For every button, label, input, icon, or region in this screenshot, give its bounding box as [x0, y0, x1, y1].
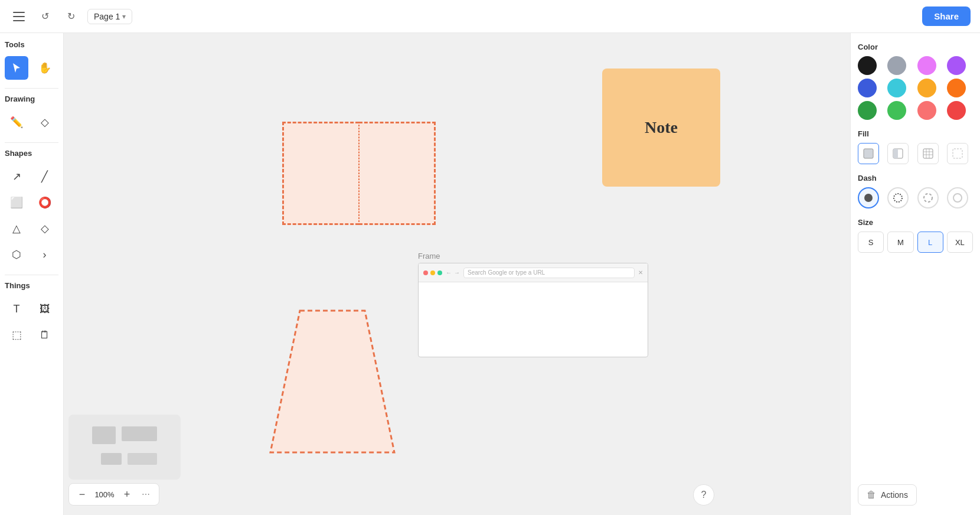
svg-rect-4: [864, 149, 873, 158]
color-gray[interactable]: [887, 56, 906, 75]
color-green[interactable]: [887, 101, 906, 120]
zoom-expand-button[interactable]: ⋯: [138, 486, 154, 503]
redo-button[interactable]: ↻: [61, 7, 80, 26]
size-label: Size: [858, 218, 973, 227]
dash-dotted[interactable]: [887, 187, 909, 208]
trash-icon: 🗑: [867, 490, 876, 500]
zoom-in-button[interactable]: +: [119, 486, 135, 503]
tools-grid: ✋: [5, 56, 58, 80]
color-cyan[interactable]: [887, 79, 906, 97]
browser-dots: [423, 270, 442, 275]
dash-dashed[interactable]: [917, 187, 939, 208]
image-tool[interactable]: 🖼: [33, 297, 57, 321]
canvas-area[interactable]: Note Frame ← → Search Google or: [64, 33, 850, 515]
dot-yellow: [430, 270, 435, 275]
color-black[interactable]: [858, 56, 877, 75]
chevron-tool[interactable]: ›: [33, 243, 57, 266]
circle-tool[interactable]: ⭕: [33, 191, 57, 214]
dot-green: [437, 270, 442, 275]
url-text: Search Google or type a URL: [468, 269, 545, 276]
note-text: Note: [645, 118, 678, 137]
frame-element[interactable]: Frame ← → Search Google or type a URL: [418, 252, 648, 357]
diamond-tool[interactable]: ◇: [33, 217, 57, 240]
fill-none[interactable]: [947, 143, 968, 164]
color-purple[interactable]: [947, 56, 966, 75]
fill-solid[interactable]: [858, 143, 879, 164]
hexagon-tool[interactable]: ⬡: [5, 243, 28, 266]
size-grid: S M L XL: [858, 232, 973, 253]
left-toolbar: Tools ✋ Drawing ✏️ ◇ Shapes ↗ ╱ ⬜ ⭕ △ ◇ …: [0, 33, 64, 515]
svg-rect-0: [13, 12, 25, 13]
dash-none[interactable]: [947, 187, 968, 208]
color-blue[interactable]: [858, 79, 877, 97]
size-l[interactable]: L: [917, 232, 943, 253]
svg-rect-7: [923, 149, 933, 158]
svg-point-15: [924, 194, 932, 202]
selection-tool[interactable]: ⬚: [5, 323, 28, 347]
zoom-level: 100%: [93, 490, 116, 499]
actions-button[interactable]: 🗑 Actions: [858, 484, 917, 506]
mini-shape-1: [92, 426, 116, 444]
drawing-grid: ✏️ ◇: [5, 110, 58, 134]
things-grid: T 🖼 ⬚ 🗒: [5, 297, 58, 347]
eraser-tool[interactable]: ◇: [33, 110, 57, 134]
rect-right: [359, 122, 436, 225]
color-dark-green[interactable]: [858, 101, 877, 120]
share-button[interactable]: Share: [922, 6, 971, 26]
zoom-out-button[interactable]: −: [74, 486, 90, 503]
page-selector[interactable]: Page 1 ▾: [87, 9, 132, 24]
svg-point-13: [864, 194, 873, 202]
svg-rect-1: [13, 16, 25, 17]
color-label: Color: [858, 43, 973, 51]
dot-red: [423, 270, 428, 275]
rect-group: [282, 122, 436, 225]
size-xl[interactable]: XL: [947, 232, 973, 253]
triangle-tool[interactable]: △: [5, 217, 28, 240]
color-fuchsia[interactable]: [917, 56, 936, 75]
mini-shape-4: [128, 453, 157, 465]
fill-semi[interactable]: [887, 143, 909, 164]
text-tool[interactable]: T: [5, 297, 28, 321]
actions-row: 🗑 Actions: [858, 484, 973, 506]
trapezoid-shape[interactable]: [264, 305, 400, 458]
color-red[interactable]: [947, 101, 966, 120]
line-tool[interactable]: ╱: [33, 165, 57, 188]
drawing-section-label: Drawing: [5, 94, 58, 103]
frame-label: Frame: [418, 252, 648, 260]
chevron-down-icon: ▾: [122, 12, 126, 21]
fill-grid: [858, 143, 973, 164]
arrow-tool[interactable]: ↗: [5, 165, 28, 188]
rectangle-tool[interactable]: ⬜: [5, 191, 28, 214]
color-section: Color: [858, 43, 973, 120]
frame-box: ← → Search Google or type a URL ✕: [418, 263, 648, 357]
tools-section-label: Tools: [5, 40, 58, 49]
rect-left: [282, 122, 359, 225]
size-s[interactable]: S: [858, 232, 884, 253]
color-orange[interactable]: [947, 79, 966, 97]
actions-section: 🗑 Actions: [858, 484, 973, 506]
svg-point-14: [894, 194, 902, 202]
note-tool[interactable]: 🗒: [33, 323, 57, 347]
fill-section: Fill: [858, 129, 973, 164]
right-panel: Color Fill: [850, 33, 980, 515]
size-m[interactable]: M: [887, 232, 913, 253]
mini-shape-2: [122, 426, 157, 441]
menu-button[interactable]: [9, 7, 28, 26]
dash-solid[interactable]: [858, 187, 879, 208]
back-arrow: ←: [446, 269, 452, 276]
svg-point-16: [953, 194, 962, 202]
main-layout: Tools ✋ Drawing ✏️ ◇ Shapes ↗ ╱ ⬜ ⭕ △ ◇ …: [0, 33, 980, 515]
actions-label: Actions: [881, 490, 908, 500]
note-element[interactable]: Note: [602, 69, 720, 187]
color-grid: [858, 56, 973, 120]
undo-button[interactable]: ↺: [35, 7, 54, 26]
zoom-controls: − 100% + ⋯: [68, 483, 159, 506]
color-yellow[interactable]: [917, 79, 936, 97]
help-button[interactable]: ?: [693, 484, 714, 506]
select-tool[interactable]: [5, 56, 28, 80]
pencil-tool[interactable]: ✏️: [5, 110, 28, 134]
hand-tool[interactable]: ✋: [33, 56, 57, 80]
color-light-red[interactable]: [917, 101, 936, 120]
fill-pattern[interactable]: [917, 143, 939, 164]
shapes-grid: ↗ ╱ ⬜ ⭕ △ ◇ ⬡ ›: [5, 165, 58, 266]
